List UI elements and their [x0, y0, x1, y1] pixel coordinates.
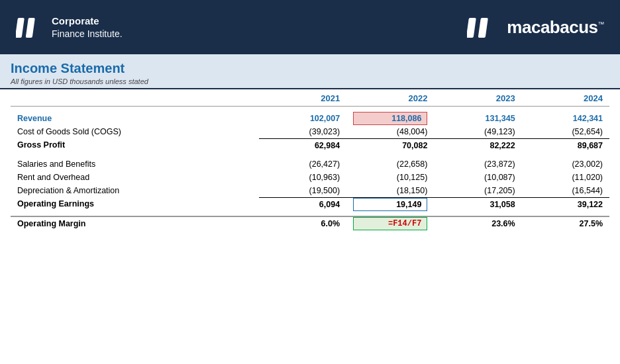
svg-rect-0	[16, 18, 25, 38]
cogs-2024: (52,654)	[522, 125, 609, 139]
col-header-2024: 2024	[522, 89, 609, 107]
revenue-2021: 102,007	[259, 112, 346, 125]
op-margin-2022-formula-cell: =F14/F7	[353, 217, 427, 230]
salaries-label: Salaries and Benefits	[11, 158, 259, 171]
op-margin-label: Operating Margin	[11, 216, 259, 230]
cogs-2023: (49,123)	[434, 125, 521, 139]
macabacus-logo-icon	[467, 13, 500, 42]
salaries-2021: (26,427)	[259, 158, 346, 171]
income-statement-table: 2021 2022 2023 2024 Revenue 102,007 118,…	[0, 89, 620, 241]
svg-rect-3	[478, 18, 488, 38]
col-header-2021: 2021	[259, 89, 346, 107]
revenue-2022-cell: 118,086	[353, 112, 427, 125]
gross-profit-row: Gross Profit 62,984 70,082 82,222 89,687	[11, 138, 609, 152]
col-header-label	[11, 89, 259, 107]
revenue-2023: 131,345	[434, 112, 521, 125]
col-header-2022: 2022	[346, 89, 434, 107]
rent-2023: (10,087)	[434, 171, 521, 184]
revenue-row: Revenue 102,007 118,086 131,345 142,341	[11, 112, 609, 125]
da-2024: (16,544)	[522, 184, 609, 198]
rent-2022: (10,125)	[346, 171, 434, 184]
page-title: Income Statement	[11, 61, 609, 76]
col-header-2023: 2023	[434, 89, 521, 107]
column-header-row: 2021 2022 2023 2024	[11, 89, 609, 107]
cogs-row: Cost of Goods Sold (COGS) (39,023) (48,0…	[11, 125, 609, 139]
spacer-row	[11, 107, 609, 112]
gross-profit-2024: 89,687	[522, 138, 609, 152]
rent-2024: (11,020)	[522, 171, 609, 184]
op-earnings-2022-cell: 19,149	[353, 198, 427, 211]
page-header: Corporate Finance Institute. macabacus™	[0, 0, 620, 54]
op-margin-2024: 27.5%	[522, 216, 609, 230]
salaries-2024: (23,002)	[522, 158, 609, 171]
operating-earnings-label: Operating Earnings	[11, 197, 259, 211]
gross-profit-2022: 70,082	[346, 138, 434, 152]
salaries-2023: (23,872)	[434, 158, 521, 171]
gross-profit-label: Gross Profit	[11, 138, 259, 152]
rent-row: Rent and Overhead (10,963) (10,125) (10,…	[11, 171, 609, 184]
gross-profit-2021: 62,984	[259, 138, 346, 152]
cfi-logo-icon	[16, 13, 45, 42]
svg-rect-2	[467, 18, 476, 38]
op-margin-2023: 23.6%	[434, 216, 521, 230]
rent-2021: (10,963)	[259, 171, 346, 184]
da-2023: (17,205)	[434, 184, 521, 198]
cogs-2021: (39,023)	[259, 125, 346, 139]
op-earnings-2024: 39,122	[522, 197, 609, 211]
svg-rect-1	[26, 18, 35, 38]
macabacus-name: macabacus™	[507, 17, 604, 38]
title-bar: Income Statement All figures in USD thou…	[0, 54, 620, 89]
da-2022: (18,150)	[346, 184, 434, 198]
op-margin-2021: 6.0%	[259, 216, 346, 230]
revenue-2022[interactable]: 118,086	[346, 112, 434, 125]
cfi-name: Corporate Finance Institute.	[52, 15, 123, 40]
subtitle: All figures in USD thousands unless stat…	[11, 77, 609, 85]
op-margin-2022[interactable]: =F14/F7	[346, 216, 434, 230]
operating-margin-row: Operating Margin 6.0% =F14/F7 23.6% 27.5…	[11, 216, 609, 230]
op-earnings-2021: 6,094	[259, 197, 346, 211]
cogs-2022: (48,004)	[346, 125, 434, 139]
revenue-label: Revenue	[11, 112, 259, 125]
rent-label: Rent and Overhead	[11, 171, 259, 184]
salaries-row: Salaries and Benefits (26,427) (22,658) …	[11, 158, 609, 171]
spacer-row-2	[11, 152, 609, 158]
op-earnings-2022[interactable]: 19,149	[346, 197, 434, 211]
da-label: Depreciation & Amortization	[11, 184, 259, 198]
salaries-2022: (22,658)	[346, 158, 434, 171]
spacer-row-3	[11, 211, 609, 216]
da-row: Depreciation & Amortization (19,500) (18…	[11, 184, 609, 198]
revenue-2024: 142,341	[522, 112, 609, 125]
op-earnings-2023: 31,058	[434, 197, 521, 211]
macabacus-logo: macabacus™	[467, 13, 604, 42]
content-area: Income Statement All figures in USD thou…	[0, 54, 620, 241]
gross-profit-2023: 82,222	[434, 138, 521, 152]
da-2021: (19,500)	[259, 184, 346, 198]
cfi-logo: Corporate Finance Institute.	[16, 13, 123, 42]
cogs-label: Cost of Goods Sold (COGS)	[11, 125, 259, 139]
operating-earnings-row: Operating Earnings 6,094 19,149 31,058 3…	[11, 197, 609, 211]
